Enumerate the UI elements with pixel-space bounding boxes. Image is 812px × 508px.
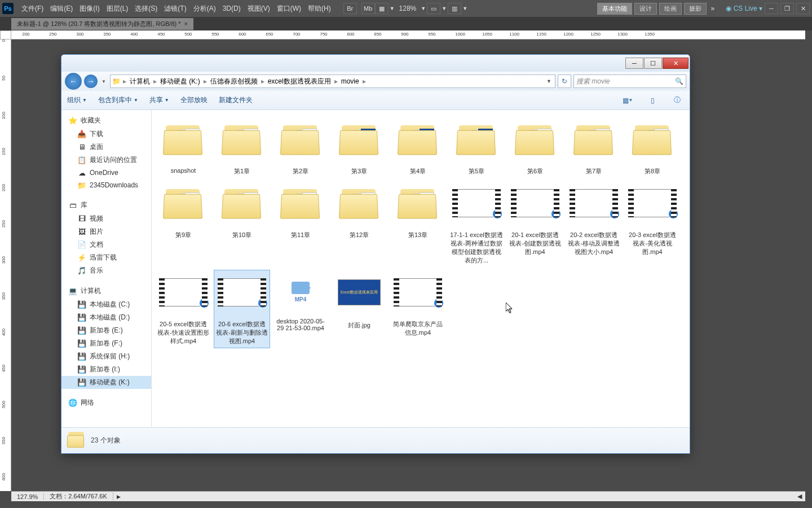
sidebar-library-header[interactable]: 🗃库 xyxy=(61,198,151,212)
search-input[interactable]: 搜索 movie 🔍 xyxy=(573,75,686,88)
folder-item[interactable]: 第1章 xyxy=(214,117,270,178)
view-mode-button[interactable]: ▦ ▼ xyxy=(621,94,634,107)
sidebar-item-music[interactable]: 🎵音乐 xyxy=(61,264,151,277)
workspace-essentials[interactable]: 基本功能 xyxy=(597,3,632,15)
mp4-item[interactable]: MP4 desktop 2020-05-29 21-53-00.mp4 xyxy=(272,270,329,348)
refresh-button[interactable]: ↻ xyxy=(558,75,571,88)
toolbar-organize[interactable]: 组织▼ xyxy=(67,95,87,105)
folder-item[interactable]: 第8章 xyxy=(624,117,681,178)
sidebar-item-drive-k[interactable]: 💾移动硬盘 (K:) xyxy=(61,376,151,389)
breadcrumb-sep-icon[interactable]: ▶ xyxy=(361,79,367,84)
menu-help[interactable]: 帮助(H) xyxy=(304,4,334,14)
address-dropdown-icon[interactable]: ▼ xyxy=(543,78,555,84)
folder-item[interactable]: 第9章 xyxy=(155,181,211,268)
ps-minimize-icon[interactable]: ─ xyxy=(765,3,778,14)
grid-icon[interactable]: ▦ xyxy=(375,3,389,14)
minibridge-icon[interactable]: Mb xyxy=(361,3,375,14)
workspace-photo[interactable]: 摄影 xyxy=(684,3,707,15)
toolbar-new-folder[interactable]: 新建文件夹 xyxy=(219,95,253,105)
sidebar-item-videos[interactable]: 🎞视频 xyxy=(61,212,151,225)
video-item[interactable]: 20-1 excel数据透视表-创建数据透视图.mp4 xyxy=(507,181,563,268)
address-bar[interactable]: 📁 ▶ 计算机 ▶ 移动硬盘 (K:) ▶ 伍德春原创视频 ▶ excel数据透… xyxy=(110,75,555,88)
workspace-design[interactable]: 设计 xyxy=(634,3,657,15)
video-item[interactable]: 20-2 excel数据透视表-移动及调整透视图大小.mp4 xyxy=(566,181,622,268)
sidebar-item-recent[interactable]: 📋最近访问的位置 xyxy=(61,154,151,167)
status-zoom[interactable]: 127.9% xyxy=(11,493,44,500)
folder-item[interactable]: 第13章 xyxy=(390,181,446,268)
status-scroll-left-icon[interactable]: ◀ xyxy=(794,493,805,500)
toolbar-share[interactable]: 共享▼ xyxy=(149,95,169,105)
menu-select[interactable]: 选择(S) xyxy=(131,4,161,14)
screen-mode-icon[interactable]: ▭ xyxy=(427,3,440,14)
video-item[interactable]: 20-6 excel数据透视表-刷新与删除透视图.mp4 xyxy=(214,270,270,348)
sidebar-item-drive-h[interactable]: 💾系统保留 (H:) xyxy=(61,350,151,363)
folder-item[interactable]: 第7章 xyxy=(566,117,622,178)
breadcrumb-current[interactable]: movie xyxy=(339,77,361,85)
ps-restore-icon[interactable]: ❐ xyxy=(780,3,794,14)
sidebar-item-pictures[interactable]: 🖼图片 xyxy=(61,225,151,238)
toolbar-play-all[interactable]: 全部放映 xyxy=(180,95,208,105)
sidebar-item-2345downloads[interactable]: 📁2345Downloads xyxy=(61,179,151,191)
sidebar-item-drive-f[interactable]: 💾新加卷 (F:) xyxy=(61,337,151,350)
menu-image[interactable]: 图像(I) xyxy=(76,4,103,14)
folder-item[interactable]: 第10章 xyxy=(214,181,270,268)
breadcrumb-drive[interactable]: 移动硬盘 (K:) xyxy=(158,77,202,86)
sidebar-item-drive-i[interactable]: 💾新加卷 (I:) xyxy=(61,363,151,376)
breadcrumb-folder2[interactable]: excel数据透视表应用 xyxy=(266,77,333,86)
breadcrumb-sep-icon[interactable]: ▶ xyxy=(260,79,266,84)
video-item[interactable]: 17-1-1 excel数据透视表-两种通过数据模型创建数据透视表的方... xyxy=(448,181,505,268)
video-item[interactable]: 简单爬取京东产品信息.mp4 xyxy=(390,270,446,348)
menu-layer[interactable]: 图层(L) xyxy=(103,4,132,14)
folder-item[interactable]: 第4章 xyxy=(390,117,446,178)
sidebar-item-drive-d[interactable]: 💾本地磁盘 (D:) xyxy=(61,311,151,324)
folder-item[interactable]: 第12章 xyxy=(331,181,387,268)
explorer-titlebar[interactable]: ─ ☐ ✕ xyxy=(61,55,690,72)
help-button[interactable]: ⓘ xyxy=(670,94,684,107)
video-item[interactable]: 20-3 excel数据透视表-美化透视图.mp4 xyxy=(624,181,681,268)
folder-item[interactable]: 第6章 xyxy=(507,117,563,178)
status-arrow-icon[interactable]: ▶ xyxy=(113,494,124,500)
menu-file[interactable]: 文件(F) xyxy=(18,4,47,14)
preview-pane-button[interactable]: ▯ xyxy=(646,94,659,107)
menu-3d[interactable]: 3D(D) xyxy=(219,5,244,12)
ps-close-icon[interactable]: ✕ xyxy=(796,3,810,14)
explorer-maximize-button[interactable]: ☐ xyxy=(644,58,662,69)
folder-item[interactable]: 第3章 xyxy=(331,117,387,178)
document-tab[interactable]: 未标题-1 @ 128% (20.7 将数据透视图转为静态图, RGB/8) *… xyxy=(11,18,193,30)
explorer-close-button[interactable]: ✕ xyxy=(663,58,689,69)
sidebar-item-desktop[interactable]: 🖥桌面 xyxy=(61,141,151,154)
status-doc-size[interactable]: 文档：2.64M/767.6K xyxy=(44,492,113,501)
menu-view[interactable]: 视图(V) xyxy=(244,4,273,14)
folder-item[interactable]: 第11章 xyxy=(272,181,329,268)
zoom-level[interactable]: 128% xyxy=(396,5,420,12)
file-list[interactable]: snapshot 第1章 第2章 第3章 xyxy=(152,110,690,427)
folder-item[interactable]: snapshot xyxy=(155,117,211,178)
folder-item[interactable]: 第2章 xyxy=(272,117,329,178)
arrange-icon[interactable]: ▥ xyxy=(448,3,461,14)
breadcrumb-sep-icon[interactable]: ▶ xyxy=(333,79,339,84)
breadcrumb-sep-icon[interactable]: ▶ xyxy=(152,79,158,84)
workspace-painting[interactable]: 绘画 xyxy=(659,3,682,15)
nav-forward-button[interactable]: → xyxy=(84,75,98,88)
document-tab-close-icon[interactable]: × xyxy=(184,20,188,27)
search-icon[interactable]: 🔍 xyxy=(675,77,683,85)
menu-window[interactable]: 窗口(W) xyxy=(273,4,304,14)
sidebar-item-drive-e[interactable]: 💾新加卷 (E:) xyxy=(61,324,151,337)
sidebar-network-header[interactable]: 🌐网络 xyxy=(61,396,151,410)
breadcrumb-sep-icon[interactable]: ▶ xyxy=(122,79,127,84)
toolbar-include-library[interactable]: 包含到库中▼ xyxy=(98,95,138,105)
sidebar-favorites-header[interactable]: ⭐收藏夹 xyxy=(61,113,151,128)
sidebar-item-downloads[interactable]: 📥下载 xyxy=(61,128,151,141)
bridge-icon[interactable]: Br xyxy=(343,3,357,14)
image-item[interactable]: Excel数据透视表应用 封面.jpg xyxy=(331,270,387,348)
workspace-more-icon[interactable]: » xyxy=(709,5,717,12)
sidebar-computer-header[interactable]: 💻计算机 xyxy=(61,284,151,298)
cs-live-icon[interactable]: ◉ CS Live ▾ xyxy=(726,5,762,12)
folder-item[interactable]: 第5章 xyxy=(448,117,505,178)
sidebar-item-onedrive[interactable]: ☁OneDrive xyxy=(61,167,151,179)
video-item[interactable]: 20-5 excel数据透视表-快速设置图形样式.mp4 xyxy=(155,270,211,348)
menu-analysis[interactable]: 分析(A) xyxy=(190,4,219,14)
breadcrumb-computer[interactable]: 计算机 xyxy=(127,77,152,86)
menu-edit[interactable]: 编辑(E) xyxy=(47,4,76,14)
explorer-minimize-button[interactable]: ─ xyxy=(625,58,643,69)
